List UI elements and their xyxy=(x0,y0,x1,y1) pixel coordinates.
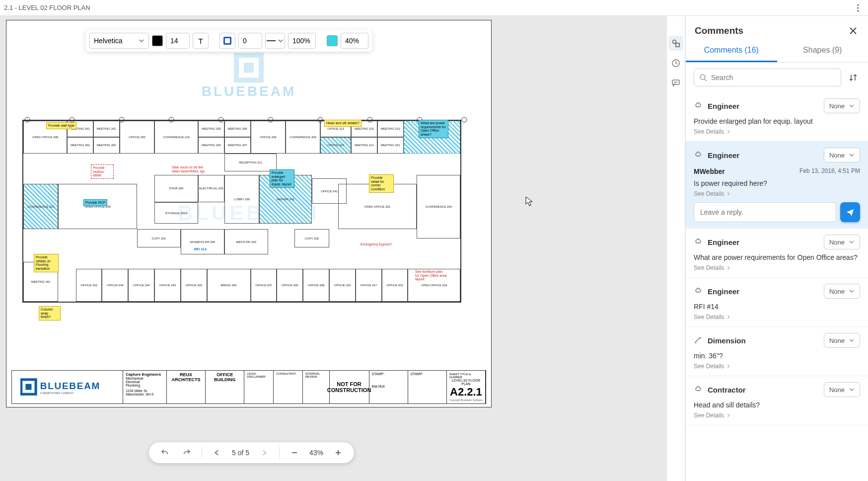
bluebeam-logo: BLUEBEAMA NEMETSCHEK COMPANY xyxy=(12,371,123,403)
svg-rect-20 xyxy=(676,43,679,47)
callout-enlarged-equip[interactable]: Provide enlarged plan for equip. layout xyxy=(270,169,294,188)
svg-rect-4 xyxy=(244,63,254,73)
tab-shapes[interactable]: Shapes (9) xyxy=(777,41,868,62)
status-select[interactable]: None xyxy=(824,382,860,397)
see-details-link[interactable]: See Details xyxy=(694,264,860,271)
see-details-link[interactable]: See Details xyxy=(694,363,860,370)
font-size-input[interactable]: 14 xyxy=(166,33,190,49)
status-select[interactable]: None xyxy=(824,235,860,249)
comment-search[interactable] xyxy=(694,69,841,86)
see-details-link[interactable]: See Details xyxy=(694,314,860,321)
comment-item[interactable]: Engineer None What are power requirement… xyxy=(686,229,868,278)
search-input[interactable] xyxy=(711,74,836,81)
comment-item[interactable]: Contractor None Head and sill details? S… xyxy=(686,376,868,425)
document-title: 2.1 - LEVEL 02 FLOOR PLAN xyxy=(4,4,90,11)
prev-page-button[interactable] xyxy=(210,446,224,460)
markup-list-icon[interactable] xyxy=(668,36,683,51)
svg-point-0 xyxy=(857,4,859,5)
svg-point-1 xyxy=(857,7,859,8)
drawing-canvas[interactable]: Helvetica 14 T 0 100% 4 xyxy=(0,16,666,481)
svg-point-8 xyxy=(169,117,174,122)
callout-stair-doors[interactable]: Stair doors to be fire rated assemblies,… xyxy=(170,164,210,174)
stroke-opacity-input[interactable]: 100% xyxy=(288,33,316,49)
font-family-select[interactable]: Helvetica xyxy=(89,33,149,49)
send-reply-button[interactable] xyxy=(840,202,860,222)
comment-item[interactable]: Dimension None min. 36"? See Details xyxy=(686,327,868,376)
status-select[interactable]: None xyxy=(824,284,860,299)
cloud-icon xyxy=(694,287,703,296)
redo-button[interactable] xyxy=(180,446,194,460)
floor-plan: OPEN OFFICE 248 MEETING 261 MEETING 262 … xyxy=(22,120,461,303)
fill-opacity-input[interactable]: 40% xyxy=(341,33,368,49)
callout-flooring[interactable]: Provide details on Flooring transition xyxy=(34,254,59,272)
comment-author: Engineer xyxy=(708,238,739,246)
comments-title: Comments xyxy=(695,25,743,36)
watermark: BLUEBEAM xyxy=(209,53,289,109)
see-details-link[interactable]: See Details xyxy=(694,412,860,419)
zoom-in-button[interactable] xyxy=(331,446,345,460)
tab-comments[interactable]: Comments (16) xyxy=(686,41,777,62)
chat-icon[interactable] xyxy=(668,76,683,90)
fill-color-swatch[interactable] xyxy=(327,35,338,46)
svg-rect-16 xyxy=(25,384,31,390)
comment-author: Dimension xyxy=(708,336,746,345)
cloud-icon xyxy=(694,385,703,394)
callout-corner[interactable]: Provide detail for corner condition xyxy=(369,174,394,193)
page-indicator: 5 of 5 xyxy=(232,449,249,457)
comment-author: Engineer xyxy=(708,287,739,296)
stroke-color-swatch[interactable] xyxy=(219,33,235,49)
more-menu-button[interactable] xyxy=(852,2,864,14)
reply-date: Feb 13, 2018, 4:51 PM xyxy=(799,167,860,175)
close-panel-button[interactable] xyxy=(847,25,859,37)
svg-point-6 xyxy=(70,117,74,122)
callout-furniture[interactable]: See furniture plan for Open Office area … xyxy=(414,269,448,282)
zoom-out-button[interactable] xyxy=(288,446,301,460)
status-select[interactable]: None xyxy=(824,333,860,348)
comment-author: Engineer xyxy=(708,102,739,110)
comments-tabs: Comments (16) Shapes (9) xyxy=(686,41,868,63)
comment-item[interactable]: Engineer None MWebberFeb 13, 2018, 4:51 … xyxy=(686,142,868,229)
callout-wall-type[interactable]: Provide wall type xyxy=(46,122,76,129)
recent-icon[interactable] xyxy=(668,56,683,71)
text-tool-button[interactable]: T xyxy=(193,33,209,49)
comment-text: Is power required here? xyxy=(694,179,860,187)
svg-point-7 xyxy=(119,117,124,122)
reply-input[interactable] xyxy=(694,202,836,222)
line-style-select[interactable] xyxy=(265,33,285,49)
callout-column-wrap[interactable]: Column wrap finish? xyxy=(39,306,61,321)
callout-open-office-power[interactable]: What are power requirements for Open Off… xyxy=(419,120,448,138)
status-select[interactable]: None xyxy=(824,98,860,113)
callout-rfi14[interactable]: RFI #14 xyxy=(193,246,208,252)
cloud-icon xyxy=(694,151,703,160)
sort-button[interactable] xyxy=(846,71,860,84)
dimension-icon xyxy=(694,336,703,345)
title-block: BLUEBEAMA NEMETSCHEK COMPANY Capture Eng… xyxy=(11,370,486,404)
titlebar: 2.1 - LEVEL 02 FLOOR PLAN xyxy=(0,0,868,16)
see-details-link[interactable]: See Details xyxy=(694,190,860,197)
sheet-number: A2.2.1 xyxy=(450,386,482,399)
comment-text: RFI #14 xyxy=(694,303,860,311)
comment-author: Contractor xyxy=(708,386,746,394)
callout-mullion[interactable]: Provide mullion detail xyxy=(91,164,114,179)
search-icon xyxy=(699,74,707,81)
status-select[interactable]: None xyxy=(824,148,860,162)
stroke-width-input[interactable]: 0 xyxy=(238,33,262,49)
not-for-construction: NOT FOR CONSTRUCTION xyxy=(330,371,369,403)
callout-emergency[interactable]: Emergency Egress? xyxy=(359,241,393,247)
format-toolbar: Helvetica 14 T 0 100% 4 xyxy=(85,30,372,52)
svg-point-14 xyxy=(462,117,467,122)
zoom-level: 43% xyxy=(309,449,323,457)
callout-head-sill[interactable]: Head and sill details? xyxy=(324,120,362,127)
svg-text:A NEMETSCHEK COMPANY: A NEMETSCHEK COMPANY xyxy=(40,392,73,395)
undo-button[interactable] xyxy=(158,446,172,460)
svg-point-9 xyxy=(218,117,223,122)
svg-rect-3 xyxy=(236,56,261,80)
comment-item[interactable]: Engineer None Provide enlarged plan for … xyxy=(686,92,868,142)
next-page-button[interactable] xyxy=(257,446,271,460)
cloud-icon xyxy=(694,238,703,246)
comments-list[interactable]: Engineer None Provide enlarged plan for … xyxy=(686,92,868,481)
text-color-swatch[interactable] xyxy=(152,35,163,46)
see-details-link[interactable]: See Details xyxy=(694,128,860,135)
callout-rcp[interactable]: Provide RCP xyxy=(83,199,107,206)
comment-item[interactable]: Engineer None RFI #14 See Details xyxy=(686,278,868,327)
